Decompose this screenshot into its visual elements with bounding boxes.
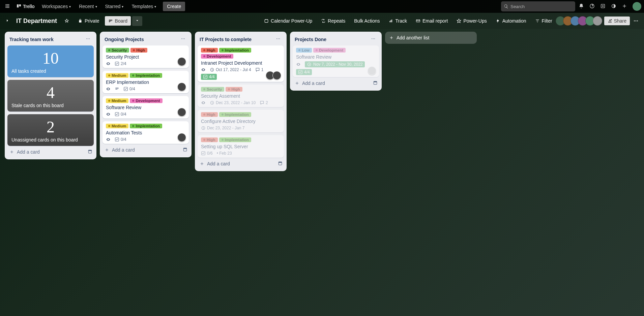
card-label[interactable]: Medium [106,124,128,128]
email-report-button[interactable]: Email report [412,16,451,26]
theme-icon[interactable] [609,1,618,12]
card-badges: Nov 7, 2022 - Nov 30, 2022 [296,61,376,67]
card-label[interactable]: High [226,87,242,92]
filter-button[interactable]: Filter [532,16,556,26]
list-title[interactable]: Projects Done [295,37,326,42]
profile-avatar[interactable] [633,2,641,11]
checklist-badge: 4/4 [296,69,312,75]
member-avatar[interactable] [177,83,186,91]
description-icon [115,87,119,91]
stat-label: Stale cards on this board [11,103,90,108]
add-list-button[interactable]: Add another list [385,32,477,44]
watch-icon [106,87,111,91]
card-label[interactable]: Development [201,54,233,59]
stat-label: All tasks created [11,68,90,74]
svg-rect-30 [183,148,186,149]
add-card-button[interactable]: Add a card [293,78,372,88]
list-menu-icon[interactable] [179,36,187,43]
workspaces-menu[interactable]: Workspaces ▾ [38,2,74,11]
card[interactable]: MediumDevelopmentSoftware Review0/4 [103,96,189,119]
card-label[interactable]: Medium [106,98,128,103]
board-view-button[interactable]: Board [105,16,131,26]
card-label[interactable]: Implemtation [130,124,162,128]
recent-menu[interactable]: Recent ▾ [76,2,100,11]
card[interactable]: LowDevelopmentSoftware ReviewNov 7, 2022… [293,45,379,77]
sidebar-expand-icon[interactable] [4,17,11,25]
list-title[interactable]: IT Projects to complete [200,37,252,42]
trello-logo[interactable]: Trello [13,2,37,10]
list-menu-icon[interactable] [84,36,92,43]
info-icon[interactable] [598,1,608,12]
card-label[interactable]: Implemtation [219,137,252,142]
card-label[interactable]: High [130,48,147,53]
card-label[interactable]: Implemtation [130,73,162,78]
card[interactable]: SecurityHighSecurity Project2/4 [103,45,189,68]
starred-menu[interactable]: Starred ▾ [102,2,127,11]
board-members[interactable] [558,16,602,26]
card-label[interactable]: Security [201,87,224,92]
list-title[interactable]: Tracking team work [9,37,54,42]
chevron-down-icon: ▾ [95,5,97,8]
list-title[interactable]: Ongoing Projects [105,37,144,42]
svg-rect-47 [374,81,377,82]
repeats-button[interactable]: Repeats [318,16,349,26]
stat-card[interactable]: 4 Stale cards on this board [7,80,94,112]
card-label[interactable]: High [201,48,218,53]
member-avatar[interactable] [272,71,281,80]
star-button[interactable] [61,17,72,25]
card-template-icon[interactable] [276,160,284,168]
avatar [593,16,602,26]
member-avatar[interactable] [177,133,186,142]
member-avatar[interactable] [177,108,186,117]
add-icon[interactable] [620,1,629,12]
stat-card[interactable]: 10 All tasks created [7,45,94,77]
member-avatar[interactable] [177,57,186,66]
board-view-label: Board [115,18,127,24]
templates-menu[interactable]: Templates ▾ [128,2,159,11]
search-input[interactable] [510,4,573,9]
card-label[interactable]: Security [106,48,129,53]
card[interactable]: HighImplemtationSetting up SQL Server0/6… [198,135,284,158]
card-title: Intranet Project Development [201,60,281,66]
list-menu-icon[interactable] [370,36,377,43]
list-menu-icon[interactable] [274,36,282,43]
board-title[interactable]: IT Department [14,16,59,26]
card-label[interactable]: High [201,112,218,117]
card-label[interactable]: Low [296,48,312,53]
add-card-button[interactable]: Add a card [7,147,86,157]
share-button[interactable]: Share [604,17,630,25]
card-label[interactable]: Medium [106,73,128,78]
card[interactable]: MediumImplemtationAutomation Tests0/4 [103,121,189,144]
visibility-button[interactable]: Private [75,16,103,26]
card-template-icon[interactable] [181,146,189,154]
bulk-actions-button[interactable]: Bulk Actions [351,16,383,26]
stat-number: 10 [11,50,90,66]
card[interactable]: HighImplemtationConfigure Active Directo… [198,110,284,132]
card[interactable]: HighImplemtationDevelopmentIntranet Proj… [198,45,284,82]
starred-label: Starred [105,4,121,9]
notifications-icon[interactable] [577,1,586,12]
add-card-button[interactable]: Add a card [103,145,181,155]
calendar-powerup-button[interactable]: Calendar Power-Up [261,16,316,26]
board-menu-icon[interactable] [632,16,640,26]
powerups-button[interactable]: Power-Ups [453,16,490,26]
card-label[interactable]: High [201,137,218,142]
apps-menu-icon[interactable] [3,1,12,12]
help-icon[interactable] [587,1,597,12]
stat-card[interactable]: 2 Unassigned cards on this board [7,114,94,146]
automation-button[interactable]: Automation [492,16,530,26]
card[interactable]: MediumImplemtationERP Implementation0/4 [103,71,189,93]
create-button[interactable]: Create [163,2,185,11]
card-template-icon[interactable] [86,148,94,156]
member-avatar[interactable] [368,66,376,75]
card-label[interactable]: Implemtation [219,48,252,53]
add-card-button[interactable]: Add a card [198,159,276,168]
card-label[interactable]: Development [313,48,346,53]
card-template-icon[interactable] [372,79,379,88]
card-label[interactable]: Implemtation [219,112,252,117]
view-switch-button[interactable] [132,16,142,26]
card[interactable]: SecurityHighSecurity AssementDec 23, 202… [198,85,284,107]
track-button[interactable]: Track [385,16,410,26]
card-label[interactable]: Development [130,98,162,103]
search-box[interactable] [501,1,575,11]
